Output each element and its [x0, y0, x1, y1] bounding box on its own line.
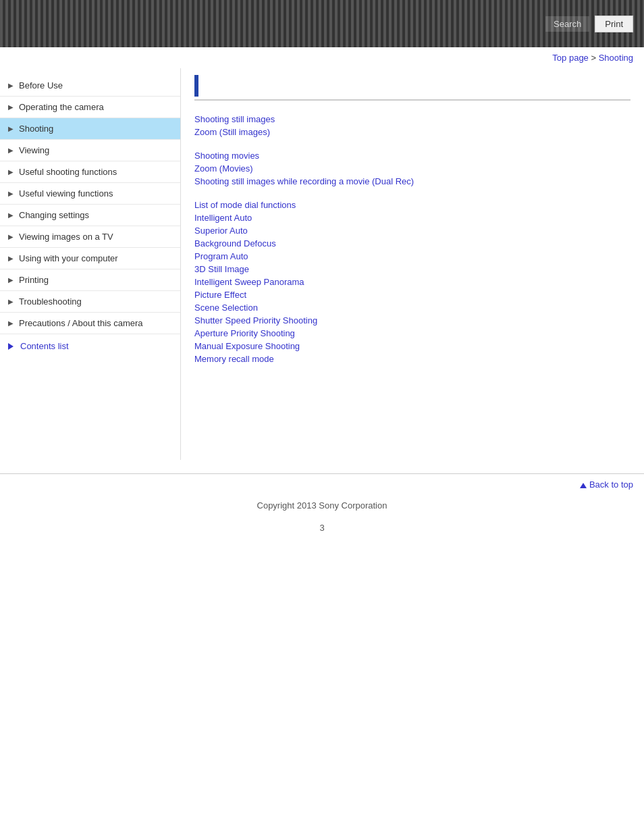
content-link-superior-auto[interactable]: Superior Auto — [194, 226, 630, 236]
sidebar-item-before-use[interactable]: ▶Before Use — [0, 75, 180, 97]
header: Search Print — [0, 0, 644, 47]
content-link-manual-exposure[interactable]: Manual Exposure Shooting — [194, 341, 630, 351]
chevron-right-icon: ▶ — [8, 82, 14, 89]
breadcrumb-separator: > — [589, 53, 599, 63]
chevron-right-icon: ▶ — [8, 103, 14, 111]
content-link-background-defocus[interactable]: Background Defocus — [194, 238, 630, 249]
link-group-still-images: Shooting still imagesZoom (Still images) — [194, 114, 630, 137]
content-link-3d-still-image[interactable]: 3D Still Image — [194, 264, 630, 274]
breadcrumb: Top page > Shooting — [0, 47, 644, 68]
chevron-right-icon: ▶ — [8, 276, 14, 284]
back-to-top-label: Back to top — [589, 479, 633, 490]
content-link-memory-recall[interactable]: Memory recall mode — [194, 354, 630, 364]
sidebar-item-troubleshooting[interactable]: ▶Troubleshooting — [0, 291, 180, 313]
sidebar-item-label: Shooting — [19, 124, 172, 134]
sidebar-item-label: Useful shooting functions — [19, 167, 172, 177]
content-link-scene-selection[interactable]: Scene Selection — [194, 303, 630, 313]
triangle-up-icon — [580, 483, 587, 488]
sidebar-item-label: Viewing — [19, 145, 172, 155]
sidebar-item-shooting[interactable]: ▶Shooting — [0, 118, 180, 140]
contents-list-link[interactable]: Contents list — [0, 334, 180, 358]
arrow-right-icon — [8, 343, 14, 350]
sidebar-item-operating-camera[interactable]: ▶Operating the camera — [0, 97, 180, 118]
chevron-right-icon: ▶ — [8, 255, 14, 262]
page-number: 3 — [0, 516, 644, 540]
sidebar-item-label: Useful viewing functions — [19, 188, 172, 199]
sidebar-item-using-computer[interactable]: ▶Using with your computer — [0, 248, 180, 269]
content-link-shooting-still-while-movie[interactable]: Shooting still images while recording a … — [194, 176, 630, 186]
chevron-right-icon: ▶ — [8, 147, 14, 154]
sidebar-item-label: Viewing images on a TV — [19, 232, 172, 242]
sidebar-item-label: Printing — [19, 275, 172, 285]
link-group-movies: Shooting moviesZoom (Movies)Shooting sti… — [194, 151, 630, 186]
content-link-picture-effect[interactable]: Picture Effect — [194, 290, 630, 300]
content-link-shooting-movies[interactable]: Shooting movies — [194, 151, 630, 161]
breadcrumb-current: Shooting — [599, 53, 633, 63]
content-link-intelligent-auto[interactable]: Intelligent Auto — [194, 213, 630, 223]
content-link-shooting-still-images[interactable]: Shooting still images — [194, 114, 630, 124]
sidebar-item-useful-viewing[interactable]: ▶Useful viewing functions — [0, 183, 180, 205]
content-link-zoom-movies[interactable]: Zoom (Movies) — [194, 163, 630, 174]
chevron-right-icon: ▶ — [8, 211, 14, 219]
section-heading-bar — [194, 75, 198, 97]
chevron-right-icon: ▶ — [8, 319, 14, 327]
chevron-right-icon: ▶ — [8, 125, 14, 132]
chevron-right-icon: ▶ — [8, 233, 14, 240]
sidebar-item-printing[interactable]: ▶Printing — [0, 269, 180, 291]
sidebar-item-label: Using with your computer — [19, 253, 172, 263]
sidebar-item-useful-shooting[interactable]: ▶Useful shooting functions — [0, 161, 180, 183]
content-link-zoom-still-images[interactable]: Zoom (Still images) — [194, 127, 630, 137]
chevron-right-icon: ▶ — [8, 190, 14, 197]
link-group-mode-dial: List of mode dial functionsIntelligent A… — [194, 200, 630, 364]
sidebar-item-changing-settings[interactable]: ▶Changing settings — [0, 205, 180, 226]
sidebar-item-label: Before Use — [19, 80, 172, 90]
content-link-intelligent-sweep-panorama[interactable]: Intelligent Sweep Panorama — [194, 277, 630, 287]
content-area: Shooting still imagesZoom (Still images)… — [181, 68, 644, 460]
content-link-aperture-priority[interactable]: Aperture Priority Shooting — [194, 328, 630, 338]
content-link-program-auto[interactable]: Program Auto — [194, 251, 630, 261]
sidebar-item-viewing[interactable]: ▶Viewing — [0, 140, 180, 161]
sidebar-item-label: Changing settings — [19, 210, 172, 220]
sidebar-item-precautions[interactable]: ▶Precautions / About this camera — [0, 313, 180, 334]
footer-bar: Back to top — [0, 473, 644, 495]
copyright: Copyright 2013 Sony Corporation — [0, 495, 644, 516]
main-layout: ▶Before Use▶Operating the camera▶Shootin… — [0, 68, 644, 473]
chevron-right-icon: ▶ — [8, 168, 14, 176]
sidebar-item-viewing-tv[interactable]: ▶Viewing images on a TV — [0, 226, 180, 248]
sidebar: ▶Before Use▶Operating the camera▶Shootin… — [0, 68, 181, 460]
sidebar-item-label: Troubleshooting — [19, 296, 172, 307]
contents-list-label: Contents list — [20, 341, 69, 351]
section-heading — [194, 75, 630, 101]
content-link-shutter-speed-priority[interactable]: Shutter Speed Priority Shooting — [194, 315, 630, 325]
chevron-right-icon: ▶ — [8, 298, 14, 305]
content-link-list-mode-dial[interactable]: List of mode dial functions — [194, 200, 630, 210]
back-to-top-link[interactable]: Back to top — [580, 479, 633, 490]
sidebar-item-label: Precautions / About this camera — [19, 318, 172, 328]
breadcrumb-top-link[interactable]: Top page — [552, 53, 589, 63]
sidebar-item-label: Operating the camera — [19, 102, 172, 112]
print-button[interactable]: Print — [595, 16, 633, 32]
search-button[interactable]: Search — [545, 16, 589, 32]
